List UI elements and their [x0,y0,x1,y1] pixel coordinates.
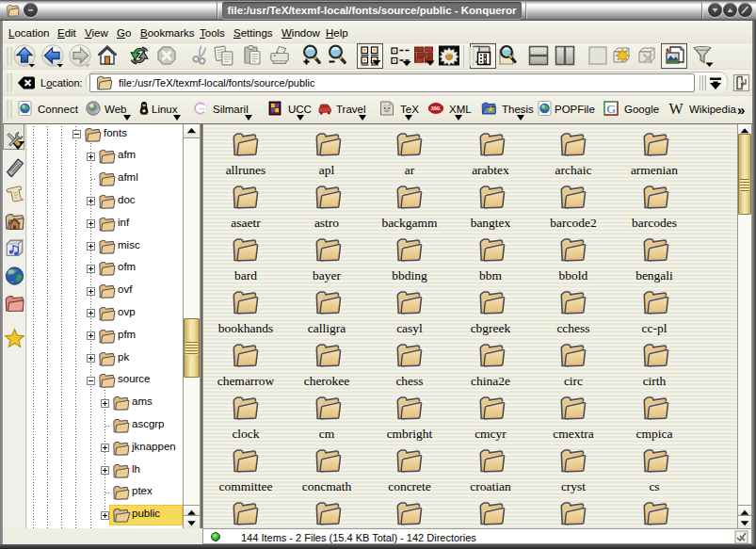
svg-text:G: G [607,102,616,116]
svg-text:XML: XML [430,105,442,111]
svg-text:W: W [668,101,684,116]
svg-text:silm: silm [199,107,204,111]
